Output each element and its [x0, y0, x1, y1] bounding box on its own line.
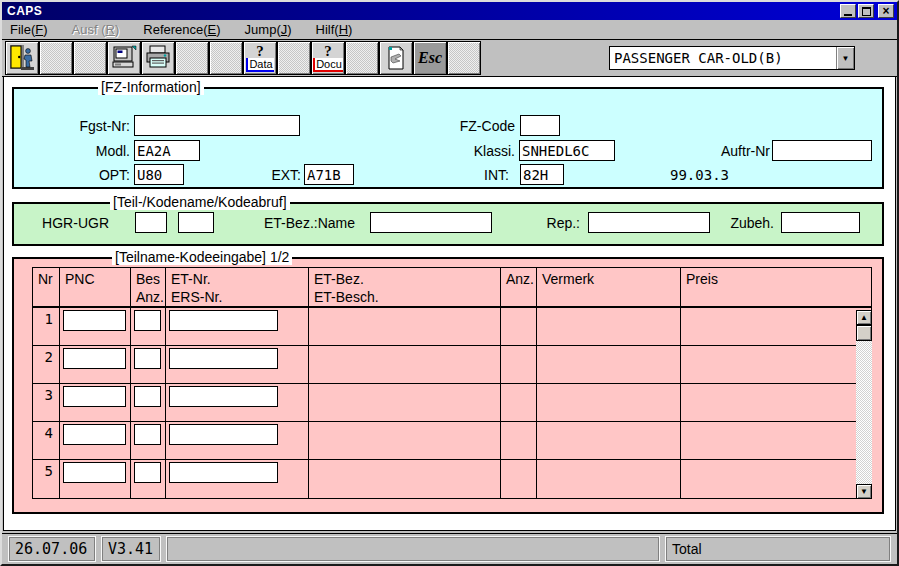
minimize-button[interactable] — [840, 4, 856, 18]
fz-code-field[interactable] — [520, 115, 560, 136]
bes-anz-input[interactable] — [134, 462, 161, 483]
preis-cell — [681, 346, 871, 384]
pnc-input[interactable] — [63, 424, 126, 445]
row-number: 4 — [33, 422, 60, 460]
auftr-nr-label: Auftr-Nr — [655, 143, 770, 159]
terminal-button[interactable] — [107, 41, 141, 75]
esc-label: Esc — [418, 49, 442, 67]
et-nr-input[interactable] — [169, 348, 278, 369]
preis-cell — [681, 422, 871, 460]
scrollbar-thumb[interactable] — [856, 325, 872, 341]
scrollbar-track[interactable] — [856, 341, 872, 484]
pnc-input[interactable] — [63, 310, 126, 331]
klassi-field[interactable] — [519, 140, 615, 161]
window-title: CAPS — [7, 4, 838, 18]
et-nr-cell — [166, 308, 309, 346]
anz-cell — [501, 460, 537, 498]
bes-anz-cell — [131, 384, 166, 422]
row-number: 2 — [33, 346, 60, 384]
scroll-down-button[interactable]: ▼ — [856, 484, 872, 499]
et-nr-cell — [166, 346, 309, 384]
preis-cell — [681, 384, 871, 422]
status-bar: 26.07.06 V3.41 Total — [2, 533, 897, 564]
bes-anz-input[interactable] — [134, 310, 161, 331]
toolbar-blank-3 — [175, 41, 209, 75]
toolbar-blank-4 — [209, 41, 243, 75]
pnc-input[interactable] — [63, 386, 126, 407]
fgst-nr-field[interactable] — [134, 115, 300, 136]
maximize-button[interactable] — [858, 4, 874, 18]
row-number: 5 — [33, 460, 60, 498]
zubeh-label: Zubeh. — [718, 215, 774, 231]
toolbar-blank-1 — [39, 41, 73, 75]
menu-jump[interactable]: Jump(J) — [245, 22, 292, 37]
vermerk-cell — [537, 346, 681, 384]
titlebar: CAPS × — [2, 2, 897, 20]
table-scrollbar[interactable]: ▲ ▼ — [856, 310, 872, 499]
exit-button[interactable] — [5, 41, 39, 75]
bes-anz-input[interactable] — [134, 424, 161, 445]
toolbar-blank-2 — [73, 41, 107, 75]
vermerk-cell — [537, 422, 681, 460]
ext-field[interactable] — [304, 164, 354, 185]
et-bez-cell — [309, 384, 501, 422]
menu-reference[interactable]: Reference(E) — [143, 22, 220, 37]
et-bez-name-field[interactable] — [370, 212, 492, 233]
et-nr-input[interactable] — [169, 310, 278, 331]
opt-field[interactable] — [134, 164, 184, 185]
modl-field[interactable] — [134, 140, 200, 161]
et-nr-input[interactable] — [169, 386, 278, 407]
scroll-up-button[interactable]: ▲ — [856, 310, 872, 325]
toolbar: ? Data ? Docu Esc PASSENGER CAR-OLD(B) ▼ — [2, 40, 897, 77]
pnc-cell — [60, 308, 131, 346]
docu-help-button[interactable]: ? Docu — [311, 41, 345, 75]
data-help-label: Data — [246, 58, 273, 72]
rep-label: Rep.: — [530, 215, 580, 231]
question-mark-icon: ? — [324, 44, 332, 58]
maximize-icon — [862, 7, 871, 16]
anz-cell — [501, 346, 537, 384]
scroll-down-icon: ▼ — [860, 487, 868, 496]
pnc-cell — [60, 460, 131, 498]
modl-label: Modl. — [47, 143, 130, 159]
zubeh-field[interactable] — [781, 212, 860, 233]
print-button[interactable] — [141, 41, 175, 75]
menu-file[interactable]: File(F) — [10, 22, 48, 37]
scroll-up-icon: ▲ — [860, 313, 868, 322]
teil-kodename-section: [Teil-/Kodename/Kodeabruf] HGR-UGR ET-Be… — [12, 202, 884, 246]
ext-label: EXT: — [243, 167, 301, 183]
date-code-text: 99.03.3 — [670, 167, 729, 183]
page-button[interactable] — [379, 41, 413, 75]
et-nr-cell — [166, 460, 309, 498]
question-mark-icon: ? — [256, 44, 264, 58]
hgr-field[interactable] — [135, 212, 167, 233]
pnc-input[interactable] — [63, 348, 126, 369]
teil-kodename-title: [Teil-/Kodename/Kodeabruf] — [110, 194, 290, 210]
catalog-dropdown[interactable]: PASSENGER CAR-OLD(B) ▼ — [609, 46, 855, 70]
data-help-button[interactable]: ? Data — [243, 41, 277, 75]
status-date: 26.07.06 — [9, 537, 95, 561]
toolbar-blank-6 — [345, 41, 379, 75]
bes-anz-input[interactable] — [134, 386, 161, 407]
ugr-field[interactable] — [178, 212, 214, 233]
pnc-cell — [60, 346, 131, 384]
row-number: 3 — [33, 384, 60, 422]
pnc-input[interactable] — [63, 462, 126, 483]
close-icon: × — [882, 6, 889, 16]
vermerk-cell — [537, 460, 681, 498]
et-nr-input[interactable] — [169, 462, 278, 483]
rep-field[interactable] — [588, 212, 710, 233]
int-field[interactable] — [520, 164, 564, 185]
auftr-nr-field[interactable] — [772, 140, 872, 161]
close-button[interactable]: × — [878, 4, 894, 18]
pnc-cell — [60, 384, 131, 422]
chevron-down-icon[interactable]: ▼ — [836, 47, 854, 69]
menu-hilf[interactable]: Hilf(H) — [316, 22, 353, 37]
preis-cell — [681, 308, 871, 346]
et-nr-input[interactable] — [169, 424, 278, 445]
docu-help-label: Docu — [313, 58, 343, 72]
esc-button[interactable]: Esc — [413, 41, 447, 75]
bes-anz-input[interactable] — [134, 348, 161, 369]
anz-cell — [501, 384, 537, 422]
toolbar-blank-7 — [447, 41, 481, 75]
